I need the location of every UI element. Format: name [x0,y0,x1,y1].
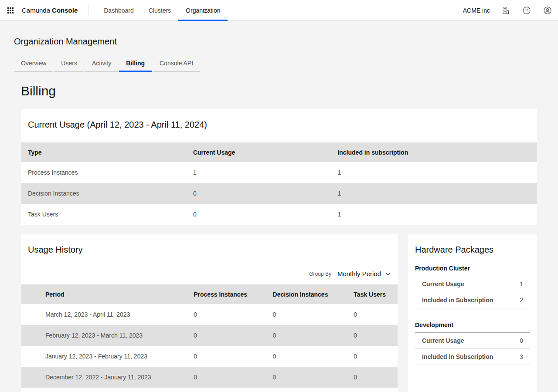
table-row: January 12, 2023 - February 11, 2023 0 0… [21,346,398,367]
row-label: Current Usage [422,337,464,344]
nav-right: ACME inc ? [463,0,558,20]
table-row: March 12, 2023 - April 11, 2023 0 0 0 [21,304,398,325]
table-row: February 12, 2023 - March 11, 2023 0 0 0 [21,325,398,346]
column-header-decision-instances: Decision Instances [266,284,347,304]
group-by-row: Group By Monthly Period [28,270,391,277]
nav-item-dashboard[interactable]: Dashboard [96,0,141,20]
row-value: 3 [520,353,523,360]
grid-icon [7,7,14,14]
cell-decision-instances: 0 [266,325,347,346]
chevron-down-icon [385,272,391,276]
table-row: Process Instances 1 1 [21,162,537,183]
table-row: Decision Instances 0 1 [21,183,537,204]
cell-current-usage: 0 [186,204,331,225]
svg-text:?: ? [525,7,528,13]
row-label: Included in Subscription [422,353,493,360]
cell-period: March 12, 2023 - April 11, 2023 [21,304,187,325]
table-row: Task Users 0 1 [21,204,537,225]
user-icon [543,6,552,15]
hardware-row: Included in Subscription 3 [415,349,530,365]
row-value: 1 [520,280,523,287]
hardware-section-development: Development Current Usage 0 Included in … [415,318,530,365]
page-tabs: Overview Users Activity Billing Console … [14,56,544,72]
nav-divider [88,5,88,16]
current-usage-card: Current Usage (April 12, 2023 - April 11… [21,109,537,225]
cell-process-instances: 0 [187,325,265,346]
nav-item-clusters[interactable]: Clusters [141,0,178,20]
hardware-row: Current Usage 1 [415,276,530,292]
billing-heading: Billing [21,84,537,98]
current-org-label: ACME inc [463,7,490,14]
cell-process-instances: 0 [187,367,265,388]
group-by-label: Group By [309,271,331,277]
column-header-task-users: Task Users [347,284,398,304]
usage-history-card: Usage History Group By Monthly Period P [21,234,398,392]
tab-users[interactable]: Users [54,56,84,72]
cell-included: 1 [330,204,537,225]
main-content: Organization Management Overview Users A… [0,36,558,392]
current-usage-title: Current Usage (April 12, 2023 - April 11… [21,119,537,130]
cell-current-usage: 1 [186,162,331,183]
table-row: December 12, 2022 - January 11, 2023 0 0… [21,367,398,388]
hardware-row: Included in Subscription 2 [415,292,530,308]
bottom-row: Usage History Group By Monthly Period P [21,234,537,392]
primary-nav: Dashboard Clusters Organization [96,0,228,20]
row-label: Current Usage [422,280,464,287]
cell-task-users: 0 [347,304,398,325]
enterprise-building-icon [501,6,510,15]
row-value: 0 [520,337,523,344]
tab-console-api[interactable]: Console API [153,56,200,72]
nav-item-organization[interactable]: Organization [178,0,228,20]
help-icon: ? [522,6,531,15]
cell-type: Decision Instances [21,183,186,204]
cell-type: Process Instances [21,162,186,183]
column-header-included: Included in subscription [330,142,537,162]
table-header-row: Type Current Usage Included in subscript… [21,142,537,162]
cell-task-users: 0 [347,346,398,367]
cell-period: February 12, 2023 - March 11, 2023 [21,325,187,346]
cell-task-users: 0 [347,367,398,388]
cell-period: December 12, 2022 - January 11, 2023 [21,367,187,388]
organization-button[interactable] [495,0,516,21]
section-name: Development [415,318,530,333]
cell-decision-instances: 0 [266,304,347,325]
brand-prefix: Camunda [22,7,50,14]
hardware-packages-title: Hardware Packages [415,244,530,255]
cell-included: 1 [330,162,537,183]
hardware-packages-card: Hardware Packages Production Cluster Cur… [408,234,537,392]
cell-current-usage: 0 [186,183,331,204]
tab-activity[interactable]: Activity [85,56,118,72]
cell-process-instances: 0 [187,304,265,325]
profile-button[interactable] [537,0,558,21]
app-switcher-button[interactable] [0,0,21,20]
tab-overview[interactable]: Overview [14,56,53,72]
hardware-section-production: Production Cluster Current Usage 1 Inclu… [415,261,530,308]
cell-type: Task Users [21,204,186,225]
brand-suffix: Console [52,7,78,14]
group-by-dropdown[interactable]: Monthly Period [337,270,391,277]
current-usage-table: Type Current Usage Included in subscript… [21,142,537,225]
brand[interactable]: Camunda Console [22,0,78,20]
column-header-process-instances: Process Instances [187,284,265,304]
row-label: Included in Subscription [422,297,493,304]
group-by-value: Monthly Period [337,270,381,277]
cell-decision-instances: 0 [266,367,347,388]
usage-history-table: Period Process Instances Decision Instan… [21,284,398,388]
column-header-period: Period [21,284,187,304]
cell-process-instances: 0 [187,346,265,367]
tab-billing[interactable]: Billing [119,56,152,72]
partial-row [21,388,398,392]
usage-history-title: Usage History [21,244,398,255]
cell-decision-instances: 0 [266,346,347,367]
cell-period: January 12, 2023 - February 11, 2023 [21,346,187,367]
page-title: Organization Management [14,36,544,47]
cell-included: 1 [330,183,537,204]
table-header-row: Period Process Instances Decision Instan… [21,284,398,304]
hardware-row: Current Usage 0 [415,333,530,349]
help-button[interactable]: ? [516,0,537,21]
top-navigation: Camunda Console Dashboard Clusters Organ… [0,0,558,21]
column-header-current-usage: Current Usage [186,142,331,162]
column-header-type: Type [21,142,186,162]
cell-task-users: 0 [347,325,398,346]
section-name: Production Cluster [415,261,530,276]
